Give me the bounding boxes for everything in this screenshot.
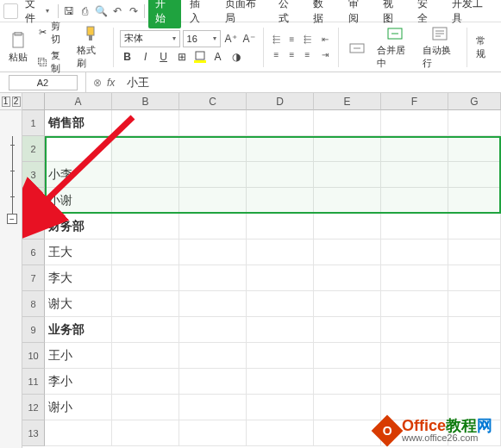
cell[interactable] <box>314 420 381 446</box>
row-header[interactable]: 9 <box>22 317 45 343</box>
cell[interactable] <box>381 214 448 240</box>
cell[interactable]: 谢小 <box>45 395 112 420</box>
cell[interactable] <box>381 265 448 291</box>
effects-button[interactable]: ◑ <box>229 49 244 65</box>
bold-button[interactable]: B <box>120 49 135 65</box>
cell[interactable] <box>314 369 381 395</box>
cell[interactable] <box>112 317 179 343</box>
fill-color-button[interactable] <box>192 49 208 65</box>
cell[interactable] <box>448 162 501 188</box>
cell[interactable] <box>448 343 501 369</box>
cell[interactable] <box>314 395 381 420</box>
cell[interactable] <box>179 110 247 136</box>
cell[interactable] <box>112 265 179 291</box>
row-header[interactable]: 11 <box>22 369 45 395</box>
fx-icon[interactable]: fx <box>107 77 115 89</box>
cell[interactable] <box>112 110 179 136</box>
cell[interactable] <box>381 317 448 343</box>
qat-print-icon[interactable]: ⎙ <box>78 3 92 19</box>
row-header[interactable]: 1 <box>22 110 45 136</box>
cell[interactable] <box>381 240 448 265</box>
cell[interactable] <box>448 265 501 291</box>
cell[interactable] <box>112 369 179 395</box>
paste-button[interactable]: 粘贴 <box>5 29 31 65</box>
cell[interactable] <box>112 291 179 317</box>
cell[interactable] <box>448 291 501 317</box>
cell[interactable] <box>247 343 314 369</box>
cell[interactable] <box>179 240 247 265</box>
cell[interactable] <box>247 265 314 291</box>
merge-center-button[interactable]: 合并居中 <box>373 22 415 72</box>
cell[interactable] <box>247 291 314 317</box>
qat-preview-icon[interactable]: 🔍 <box>94 3 109 19</box>
cell[interactable] <box>247 420 314 446</box>
cell[interactable] <box>247 214 314 240</box>
cell[interactable] <box>247 188 314 214</box>
row-header[interactable]: 2 <box>22 136 45 162</box>
qat-save-icon[interactable]: 🖫 <box>62 3 77 19</box>
cell[interactable]: 李大 <box>45 265 112 291</box>
font-name-combo[interactable]: 宋体▾ <box>120 30 180 47</box>
cell[interactable] <box>314 343 381 369</box>
cell[interactable] <box>381 343 448 369</box>
row-header[interactable]: 12 <box>22 395 45 420</box>
cell[interactable] <box>179 343 247 369</box>
column-header[interactable]: D <box>247 93 314 110</box>
column-header[interactable]: C <box>179 93 247 110</box>
cell[interactable] <box>247 162 314 188</box>
cell[interactable] <box>314 136 381 162</box>
outline-collapse-button[interactable]: − <box>7 214 17 224</box>
cell[interactable] <box>381 188 448 214</box>
cell[interactable]: 业务部 <box>45 317 112 343</box>
cell[interactable] <box>448 317 501 343</box>
cell[interactable] <box>247 317 314 343</box>
formula-input[interactable]: 小王 <box>122 75 501 90</box>
cell[interactable]: 财务部 <box>45 214 112 240</box>
format-painter-button[interactable]: 格式刷 <box>73 22 106 72</box>
cell[interactable] <box>112 420 179 446</box>
font-size-combo[interactable]: 16▾ <box>183 30 221 47</box>
orientation-button[interactable] <box>344 36 370 59</box>
cell[interactable] <box>112 343 179 369</box>
cell[interactable] <box>112 188 179 214</box>
italic-button[interactable]: I <box>138 49 153 65</box>
cell[interactable] <box>179 214 247 240</box>
align-center-icon[interactable]: ≡ <box>285 48 299 62</box>
cut-button[interactable]: ✂ 剪切 <box>34 19 70 47</box>
cell[interactable]: 谢大 <box>45 291 112 317</box>
qat-redo-icon[interactable]: ↷ <box>126 3 141 19</box>
column-header[interactable]: A <box>45 93 112 110</box>
cell[interactable] <box>112 240 179 265</box>
decrease-font-icon[interactable]: A⁻ <box>241 31 257 47</box>
cell[interactable] <box>179 162 247 188</box>
cell[interactable] <box>179 136 247 162</box>
increase-font-icon[interactable]: A⁺ <box>223 31 239 47</box>
app-logo[interactable] <box>3 3 18 19</box>
font-color-button[interactable]: A <box>210 49 226 65</box>
row-header[interactable]: 13 <box>22 420 45 446</box>
cell[interactable] <box>247 136 314 162</box>
border-button[interactable]: ⊞ <box>174 49 190 65</box>
cell[interactable] <box>314 188 381 214</box>
cell[interactable] <box>314 240 381 265</box>
cell[interactable] <box>314 110 381 136</box>
cell[interactable] <box>179 369 247 395</box>
cell[interactable] <box>112 395 179 420</box>
cell[interactable] <box>448 214 501 240</box>
cell[interactable] <box>112 162 179 188</box>
tab-home[interactable]: 开始 <box>148 0 181 28</box>
cell[interactable] <box>448 240 501 265</box>
cell[interactable] <box>448 188 501 214</box>
cell[interactable] <box>314 214 381 240</box>
cell[interactable] <box>314 291 381 317</box>
align-left-icon[interactable]: ≡ <box>270 48 284 62</box>
cell[interactable] <box>179 265 247 291</box>
align-top-icon[interactable]: ⬱ <box>270 33 284 47</box>
copy-button[interactable]: ⿻ 复制 <box>34 48 70 76</box>
cell[interactable] <box>381 110 448 136</box>
cell[interactable] <box>381 291 448 317</box>
cell[interactable] <box>179 291 247 317</box>
cell[interactable]: 小王 <box>45 136 112 162</box>
cell[interactable] <box>112 214 179 240</box>
cell[interactable]: 王小 <box>45 343 112 369</box>
